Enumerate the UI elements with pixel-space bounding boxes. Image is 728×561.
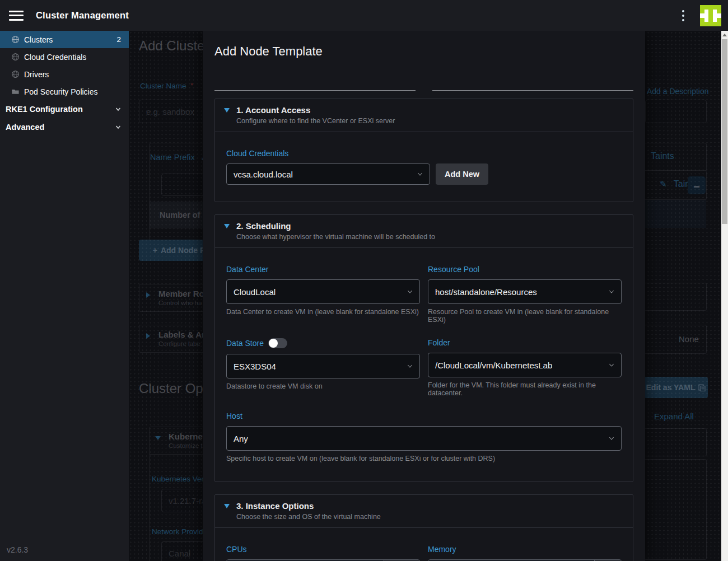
cluster-name-label: Cluster Name *	[140, 82, 193, 90]
resource-pool-dropdown[interactable]: host/standalone/Resources	[428, 279, 622, 304]
kubernetes-version-label: Kubernetes Vers	[152, 475, 208, 483]
edit-as-yaml-label: Edit as YAML	[646, 383, 696, 392]
sidebar-item-label: Clusters	[24, 35, 53, 44]
sidebar-group-label: Advanced	[6, 123, 44, 132]
sidebar-item-pod-security-policies[interactable]: Pod Security Policies	[0, 83, 129, 100]
expand-triangle-icon	[224, 224, 230, 228]
globe-icon	[11, 70, 20, 78]
host-value: Any	[234, 434, 248, 443]
template-description-field-underline[interactable]	[432, 90, 633, 91]
network-provider-value: Canal	[169, 549, 190, 558]
section-subtitle: Choose what hypervisor the virtual machi…	[236, 233, 435, 241]
chevron-down-icon	[115, 124, 121, 130]
data-store-dropdown[interactable]: ESX3DS04	[226, 354, 420, 378]
section-scheduling-body: Data Center CloudLocal Data Center to cr…	[215, 247, 633, 481]
folder-label: Folder	[428, 338, 622, 347]
scrollbar-up-arrow[interactable]	[721, 31, 728, 39]
chevron-down-icon	[609, 436, 614, 441]
sidebar-group-rke1-configuration[interactable]: RKE1 Configuration	[0, 100, 129, 118]
sidebar-item-label: Drivers	[24, 70, 49, 79]
section-titles: 1. Account Access Configure where to fin…	[236, 105, 395, 125]
triangle-right-icon	[146, 333, 150, 339]
host-help: Specific host to create VM on (leave bla…	[226, 455, 622, 462]
memory-field: Memory MB	[428, 545, 622, 561]
background-box	[644, 283, 707, 311]
avatar-identicon	[700, 5, 721, 26]
none-value: None	[679, 334, 699, 344]
section-instance-options: 3. Instance Options Choose the size and …	[214, 494, 633, 561]
chevron-down-icon	[407, 363, 413, 369]
header-actions	[679, 5, 721, 26]
template-name-field-underline[interactable]	[214, 90, 416, 91]
add-new-button[interactable]: Add New	[436, 163, 488, 185]
background-box	[644, 428, 707, 456]
up-triangle-icon	[722, 34, 727, 36]
host-dropdown[interactable]: Any	[226, 426, 622, 451]
resource-pool-label: Resource Pool	[428, 265, 622, 274]
folder-value: /CloudLocal/vm/KubernetesLab	[435, 361, 552, 370]
cpus-field: CPUs Cores	[226, 545, 420, 561]
host-field: Host Any Specific host to create VM on (…	[226, 412, 622, 462]
description-textarea[interactable]	[645, 100, 707, 123]
data-store-help: Datastore to create VM disk on	[226, 382, 420, 390]
cpus-label: CPUs	[226, 545, 420, 554]
user-avatar[interactable]	[700, 5, 721, 26]
memory-label: Memory	[428, 545, 622, 554]
expand-all-link[interactable]: Expand All	[654, 412, 694, 421]
chevron-down-icon	[115, 106, 121, 112]
section-titles: 2. Scheduling Choose what hypervisor the…	[236, 221, 435, 241]
add-node-template-modal: Add Node Template 1. Account Access Conf…	[203, 31, 645, 561]
sidebar-group-advanced[interactable]: Advanced	[0, 118, 129, 136]
taints-header-label: Taints	[651, 151, 674, 161]
section-title: 3. Instance Options	[236, 501, 381, 511]
triangle-down-icon	[155, 436, 161, 440]
sidebar-item-label: Pod Security Policies	[24, 87, 98, 96]
sidebar-item-drivers[interactable]: Drivers	[0, 66, 129, 83]
data-store-value: ESX3DS04	[234, 362, 276, 371]
clipboard-icon	[698, 384, 706, 391]
section-account-access-header[interactable]: 1. Account Access Configure where to fin…	[215, 99, 633, 132]
kebab-menu-icon[interactable]	[679, 8, 688, 24]
hamburger-bar	[9, 15, 24, 16]
scrollbar-thumb[interactable]	[722, 39, 727, 224]
cloud-credentials-label: Cloud Credentials	[226, 149, 622, 158]
chevron-down-icon	[609, 289, 614, 294]
data-center-field: Data Center CloudLocal Data Center to cr…	[226, 265, 420, 324]
pencil-icon: ✎	[660, 179, 667, 189]
section-instance-options-body: CPUs Cores Memory M	[215, 527, 633, 561]
section-subtitle: Choose the size and OS of the virtual ma…	[236, 513, 381, 521]
modal-title: Add Node Template	[214, 44, 633, 59]
required-asterisk: *	[190, 82, 193, 90]
sidebar-item-cloud-credentials[interactable]: Cloud Credentials	[0, 48, 129, 66]
section-instance-options-header[interactable]: 3. Instance Options Choose the size and …	[215, 495, 633, 527]
section-title: 2. Scheduling	[236, 221, 435, 231]
folder-dropdown[interactable]: /CloudLocal/vm/KubernetesLab	[428, 353, 622, 377]
remove-taint-button[interactable]: ▬	[688, 176, 706, 194]
page-title: Add Cluster	[139, 38, 209, 54]
section-scheduling-header[interactable]: 2. Scheduling Choose what hypervisor the…	[215, 215, 633, 247]
sidebar-item-clusters[interactable]: Clusters 2	[0, 31, 129, 48]
folder-icon	[11, 87, 20, 96]
chevron-down-icon	[609, 362, 614, 368]
expand-triangle-icon	[224, 108, 230, 113]
folder-field: Folder /CloudLocal/vm/KubernetesLab Fold…	[428, 338, 622, 397]
section-title: 1. Account Access	[236, 105, 395, 115]
edit-as-yaml-button[interactable]: Edit as YAML	[644, 377, 708, 398]
data-center-dropdown[interactable]: CloudLocal	[226, 279, 420, 304]
data-store-toggle[interactable]	[268, 338, 287, 348]
vertical-scrollbar[interactable]	[721, 31, 728, 561]
hamburger-menu-icon[interactable]	[9, 11, 24, 21]
add-description-link[interactable]: Add a Description	[647, 87, 709, 96]
plus-icon: +	[153, 246, 157, 255]
data-store-label: Data Store	[226, 338, 420, 348]
data-center-help: Data Center to create VM in (leave blank…	[226, 308, 420, 316]
section-titles: 3. Instance Options Choose the size and …	[236, 501, 381, 521]
table-header-name-prefix[interactable]: Name Prefix ▲▼	[150, 153, 211, 162]
sidebar-group-label: RKE1 Configuration	[6, 105, 83, 114]
section-account-access: 1. Account Access Configure where to fin…	[214, 99, 633, 202]
cloud-credentials-dropdown[interactable]: vcsa.cloud.local	[226, 163, 430, 185]
app-title: Cluster Management	[36, 10, 129, 21]
top-header: Cluster Management	[0, 0, 728, 31]
app-root: Cluster Management	[0, 0, 728, 561]
taints-footer-row	[645, 200, 706, 228]
